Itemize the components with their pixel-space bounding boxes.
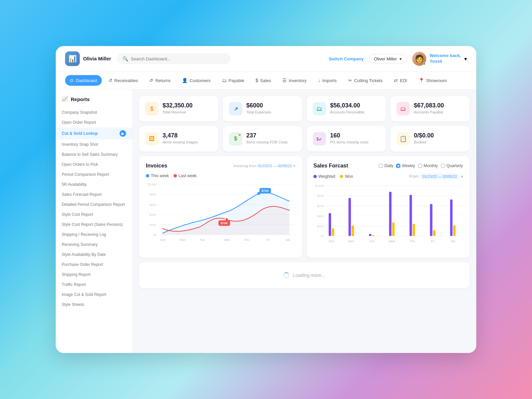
payable-icon: 🗂 <box>222 78 227 83</box>
stat-fob-info: 237 Items missing FOB Costs <box>246 132 288 144</box>
sidebar-item-traffic[interactable]: Traffic Report <box>56 280 132 290</box>
sidebar-item-open-orders-pick[interactable]: Open Orders to Pick <box>56 159 132 169</box>
sidebar-item-period-comparison[interactable]: Period Comparison Report <box>56 169 132 179</box>
switch-company-button[interactable]: Switch Company <box>329 56 364 61</box>
sidebar-item-style-sheets[interactable]: Style Sheets <box>56 300 132 310</box>
missing-fob-label: Items missing FOB Costs <box>246 140 288 144</box>
sidebar-item-receiving-summary[interactable]: Receiving Summary <box>56 240 132 250</box>
svg-text:Sun: Sun <box>160 238 165 242</box>
forecast-svg: $100K $80K $60K $40K $20K $0 <box>313 183 463 250</box>
weekly-radio-btn[interactable] <box>396 163 401 168</box>
svg-text:$100K: $100K <box>315 184 324 187</box>
invoices-title: Invoices <box>146 163 167 169</box>
revenue-value: $32,350.00 <box>163 102 193 109</box>
legend-last-week: Last week <box>174 173 197 178</box>
sidebar-item-inventory-snapshot[interactable]: Inventory Snap Shot <box>56 139 132 149</box>
nav-customers-label: Customers <box>190 78 211 83</box>
stat-accounts-receivable: 🗂 $56,034.00 Accounts Receivable <box>307 96 386 121</box>
nav-dashboard[interactable]: ⊙ Dashboard <box>65 75 102 86</box>
forecast-date-chevron[interactable]: ▾ <box>461 174 463 179</box>
svg-rect-40 <box>351 225 354 236</box>
forecast-header: Sales Forcast Daily Weekly <box>313 163 463 169</box>
radio-daily[interactable]: Daily <box>378 163 393 168</box>
svg-text:Fri: Fri <box>266 238 270 242</box>
nav-inventory[interactable]: ☰ Inventory <box>278 75 311 86</box>
welcome-name: Yossil <box>430 59 461 64</box>
sidebar-title: 📈 Reports <box>56 96 132 107</box>
user-select-dropdown[interactable]: Oliver Miller ▾ <box>369 54 407 64</box>
stat-missing-images: 🖼 3,478 Items missing images <box>139 126 218 151</box>
sidebar-item-image-cut-sold[interactable]: Image Cut & Sold Report <box>56 290 132 300</box>
chevron-date-icon[interactable]: ▾ <box>293 164 295 168</box>
nav-showroom-label: Showroom <box>426 78 447 83</box>
user-select-name: Oliver Miller <box>374 56 397 61</box>
company-name: Olivia Miller <box>83 56 111 62</box>
sidebar-item-5r-availability[interactable]: 5R Availability <box>56 179 132 189</box>
radio-weekly[interactable]: Weekly <box>396 163 415 168</box>
invoices-legend: This week Last week <box>146 173 295 178</box>
radio-quarterly[interactable]: Quarterly <box>441 163 463 168</box>
sidebar-item-detailed-period[interactable]: Detailed Period Comparison Report <box>56 200 132 210</box>
stats-grid-top: $ $32,350.00 Total Revenue ↗ $6000 Total… <box>139 96 470 121</box>
po-missing-value: 160 <box>330 132 368 139</box>
receivable-icon: 🗂 <box>313 102 326 115</box>
nav-receivables[interactable]: ↺ Receivables <box>104 75 143 86</box>
missing-images-icon: 🖼 <box>145 132 159 145</box>
customers-icon: 👤 <box>182 78 188 83</box>
nav-cutting-tickets[interactable]: ✂ Cutting Tickets <box>343 75 387 86</box>
quarterly-radio-btn[interactable] <box>441 163 445 168</box>
svg-text:$0: $0 <box>321 235 324 238</box>
sidebar-item-style-availability[interactable]: Style Availability By Date <box>56 250 132 260</box>
nav-sales[interactable]: $ Sales <box>251 75 276 86</box>
svg-text:Sat: Sat <box>285 238 290 242</box>
nav-customers[interactable]: 👤 Customers <box>177 75 215 86</box>
search-bar[interactable]: 🔍 <box>117 53 231 64</box>
won-dot <box>340 175 343 178</box>
legend-won: Won <box>340 174 353 179</box>
monthly-radio-btn[interactable] <box>418 163 423 168</box>
sidebar-item-open-order-report[interactable]: Open Order Report <box>56 117 132 127</box>
stat-receivable-info: $56,034.00 Accounts Receivable <box>330 102 364 114</box>
imports-icon: ↓ <box>318 78 320 83</box>
stat-total-revenue: $ $32,350.00 Total Revenue <box>139 96 218 121</box>
booked-icon: 📋 <box>396 132 410 145</box>
missing-images-value: 3,478 <box>163 132 198 139</box>
sidebar-item-cut-sold-lookup[interactable]: Cut & Sold Lookup ▶ <box>56 127 132 139</box>
nav-edi-label: EDI <box>400 78 407 83</box>
payable-label: Accounts Payable <box>414 110 444 114</box>
daily-radio-btn[interactable] <box>378 163 383 168</box>
missing-fob-icon: $✕ <box>229 132 242 145</box>
sidebar-item-purchase-order[interactable]: Purchase Order Report <box>56 260 132 270</box>
svg-rect-38 <box>332 229 334 236</box>
sidebar-item-shipping-receiving[interactable]: Shipping / Receiving Log <box>56 230 132 240</box>
search-input[interactable] <box>131 56 225 61</box>
sidebar-item-sales-forecast[interactable]: Sales Forecast Report <box>56 189 132 200</box>
svg-text:Wed: Wed <box>389 240 395 243</box>
legend-weighted: Weighted <box>313 174 335 179</box>
svg-text:$75K: $75K <box>221 222 228 225</box>
svg-text:Tue: Tue <box>369 240 374 243</box>
nav-returns[interactable]: ↺ Returns <box>145 75 175 86</box>
nav-dashboard-label: Dashboard <box>76 78 97 83</box>
sidebar-item-balance-to-sell[interactable]: Balance to Sell Sales Summary <box>56 149 132 159</box>
nav-edi[interactable]: ⇄ EDI <box>389 75 412 86</box>
forecast-subheader: Weighted Won From 01/23/22 — 02/05/22 ▾ <box>313 173 463 179</box>
svg-text:$0: $0 <box>153 233 157 237</box>
radio-monthly[interactable]: Monthly <box>418 163 438 168</box>
receivable-label: Accounts Receivable <box>330 110 364 114</box>
sidebar-item-style-cost[interactable]: Style Cost Report <box>56 210 132 220</box>
sidebar-item-shipping-report[interactable]: Shipping Report <box>56 270 132 280</box>
svg-text:$40K: $40K <box>150 213 157 217</box>
svg-text:Mon: Mon <box>180 238 186 242</box>
nav-imports[interactable]: ↓ Imports <box>313 75 341 86</box>
nav-payable[interactable]: 🗂 Payable <box>217 75 249 86</box>
expenses-value: $6000 <box>246 102 271 109</box>
invoicing-label: Invoicing from 01/23/22 — 02/05/22 ▾ <box>234 164 295 168</box>
online-indicator <box>423 62 426 65</box>
nav-showroom[interactable]: 📍 Showroom <box>414 75 452 86</box>
sidebar-item-style-cost-sales[interactable]: Style Cost Report (Sales Persons) <box>56 220 132 230</box>
cutting-icon: ✂ <box>348 78 352 83</box>
revenue-icon: $ <box>145 102 159 115</box>
sidebar-item-company-snapshot[interactable]: Company Snapshot <box>56 107 132 117</box>
forecast-chart-card: Sales Forcast Daily Weekly <box>307 156 470 258</box>
